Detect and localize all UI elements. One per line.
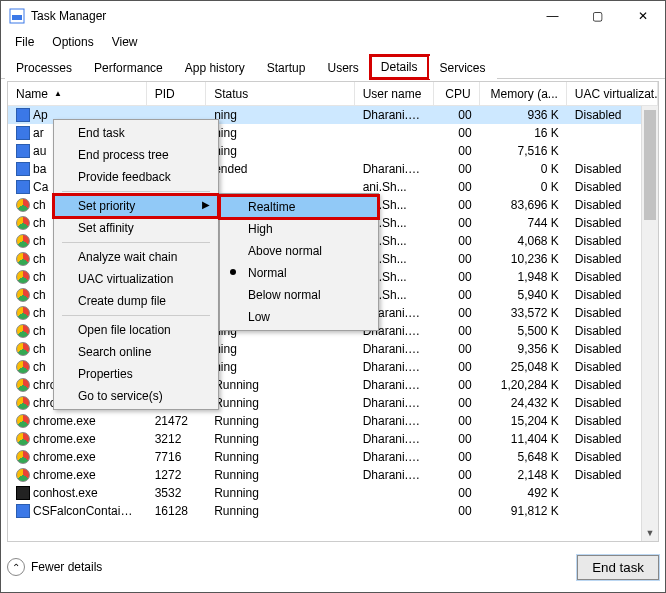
process-icon bbox=[16, 396, 30, 410]
cell-status: ning bbox=[206, 143, 355, 159]
cell-mem: 492 K bbox=[480, 485, 567, 501]
cell-user: Dharani.Sh... bbox=[355, 467, 434, 483]
cell-cpu: 00 bbox=[434, 161, 480, 177]
ctx-set-priority[interactable]: Set priority▶ bbox=[54, 195, 218, 217]
process-icon bbox=[16, 252, 30, 266]
scroll-down-icon[interactable]: ▼ bbox=[642, 524, 658, 541]
menu-options[interactable]: Options bbox=[44, 33, 101, 51]
cell-cpu: 00 bbox=[434, 467, 480, 483]
col-pid[interactable]: PID bbox=[147, 82, 207, 105]
minimize-button[interactable]: — bbox=[530, 1, 575, 31]
cell-status bbox=[206, 186, 355, 188]
cell-mem: 10,236 K bbox=[480, 251, 567, 267]
separator bbox=[62, 191, 210, 192]
process-icon bbox=[16, 180, 30, 194]
ctx-search[interactable]: Search online bbox=[54, 341, 218, 363]
process-name: ch bbox=[33, 234, 46, 248]
cell-pid: 3532 bbox=[147, 485, 207, 501]
process-name: chrome.exe bbox=[33, 414, 96, 428]
table-row[interactable]: chrome.exe21472RunningDharani.Sh...0015,… bbox=[8, 412, 658, 430]
ctx-open-loc[interactable]: Open file location bbox=[54, 319, 218, 341]
priority-above-normal[interactable]: Above normal bbox=[220, 240, 378, 262]
end-task-button[interactable]: End task bbox=[577, 555, 659, 580]
col-cpu[interactable]: CPU bbox=[434, 82, 480, 105]
tab-apphistory[interactable]: App history bbox=[174, 56, 256, 79]
cell-mem: 33,572 K bbox=[480, 305, 567, 321]
vertical-scrollbar[interactable]: ▲ ▼ bbox=[641, 106, 658, 541]
process-icon bbox=[16, 486, 30, 500]
priority-realtime[interactable]: Realtime bbox=[220, 196, 378, 218]
ctx-dump[interactable]: Create dump file bbox=[54, 290, 218, 312]
cell-cpu: 00 bbox=[434, 125, 480, 141]
tab-processes[interactable]: Processes bbox=[5, 56, 83, 79]
table-row[interactable]: CSFalconContainer.e16128Running0091,812 … bbox=[8, 502, 658, 520]
current-priority-icon bbox=[230, 269, 236, 275]
tab-performance[interactable]: Performance bbox=[83, 56, 174, 79]
cell-mem: 0 K bbox=[480, 179, 567, 195]
window-buttons: — ▢ ✕ bbox=[530, 1, 665, 31]
cell-pid: 1272 bbox=[147, 467, 207, 483]
menu-file[interactable]: File bbox=[7, 33, 42, 51]
ctx-goto-service[interactable]: Go to service(s) bbox=[54, 385, 218, 407]
process-name: ch bbox=[33, 252, 46, 266]
tab-services[interactable]: Services bbox=[429, 56, 497, 79]
priority-high[interactable]: High bbox=[220, 218, 378, 240]
fewer-details-button[interactable]: ⌃ Fewer details bbox=[7, 558, 102, 576]
cell-user: Dharani.Sh... bbox=[355, 413, 434, 429]
process-icon bbox=[16, 378, 30, 392]
cell-cpu: 00 bbox=[434, 269, 480, 285]
tab-startup[interactable]: Startup bbox=[256, 56, 317, 79]
cell-user: Dharani.Sh... bbox=[355, 161, 434, 177]
menu-view[interactable]: View bbox=[104, 33, 146, 51]
process-name: ch bbox=[33, 306, 46, 320]
process-icon bbox=[16, 360, 30, 374]
table-row[interactable]: chrome.exe1272RunningDharani.Sh...002,14… bbox=[8, 466, 658, 484]
cell-cpu: 00 bbox=[434, 485, 480, 501]
priority-low[interactable]: Low bbox=[220, 306, 378, 328]
ctx-analyze[interactable]: Analyze wait chain bbox=[54, 246, 218, 268]
table-row[interactable]: chrome.exe3212RunningDharani.Sh...0011,4… bbox=[8, 430, 658, 448]
sort-indicator-icon: ▲ bbox=[54, 89, 62, 98]
col-uac[interactable]: UAC virtualizat... bbox=[567, 82, 658, 105]
ctx-set-affinity[interactable]: Set affinity bbox=[54, 217, 218, 239]
cell-status: Running bbox=[206, 485, 355, 501]
ctx-feedback[interactable]: Provide feedback bbox=[54, 166, 218, 188]
priority-normal[interactable]: Normal bbox=[220, 262, 378, 284]
scroll-thumb[interactable] bbox=[644, 110, 656, 220]
ctx-end-tree[interactable]: End process tree bbox=[54, 144, 218, 166]
process-name: ch bbox=[33, 216, 46, 230]
col-mem[interactable]: Memory (a... bbox=[480, 82, 567, 105]
col-status[interactable]: Status bbox=[206, 82, 355, 105]
process-name: ar bbox=[33, 126, 44, 140]
ctx-properties[interactable]: Properties bbox=[54, 363, 218, 385]
cell-mem: 4,068 K bbox=[480, 233, 567, 249]
cell-cpu: 00 bbox=[434, 305, 480, 321]
priority-below-normal[interactable]: Below normal bbox=[220, 284, 378, 306]
tab-details[interactable]: Details bbox=[370, 55, 429, 79]
cell-status: Running bbox=[206, 503, 355, 519]
tab-users[interactable]: Users bbox=[316, 56, 369, 79]
col-user[interactable]: User name bbox=[355, 82, 434, 105]
process-name: Ca bbox=[33, 180, 48, 194]
cell-user: Dharani.Sh... bbox=[355, 377, 434, 393]
ctx-uac-virt[interactable]: UAC virtualization bbox=[54, 268, 218, 290]
process-name: ba bbox=[33, 162, 46, 176]
process-icon bbox=[16, 468, 30, 482]
cell-cpu: 00 bbox=[434, 233, 480, 249]
table-row[interactable]: conhost.exe3532Running00492 K bbox=[8, 484, 658, 502]
process-name: ch bbox=[33, 270, 46, 284]
cell-mem: 7,516 K bbox=[480, 143, 567, 159]
table-row[interactable]: chrome.exe7716RunningDharani.Sh...005,64… bbox=[8, 448, 658, 466]
col-name[interactable]: Name▲ bbox=[8, 82, 147, 105]
cell-user bbox=[355, 510, 434, 512]
cell-status: ning bbox=[206, 359, 355, 375]
cell-status: Running bbox=[206, 377, 355, 393]
cell-cpu: 00 bbox=[434, 215, 480, 231]
ctx-end-task[interactable]: End task bbox=[54, 122, 218, 144]
grid-header: Name▲ PID Status User name CPU Memory (a… bbox=[8, 82, 658, 106]
cell-status: ning bbox=[206, 107, 355, 123]
cell-cpu: 00 bbox=[434, 377, 480, 393]
cell-status: Running bbox=[206, 395, 355, 411]
close-button[interactable]: ✕ bbox=[620, 1, 665, 31]
maximize-button[interactable]: ▢ bbox=[575, 1, 620, 31]
